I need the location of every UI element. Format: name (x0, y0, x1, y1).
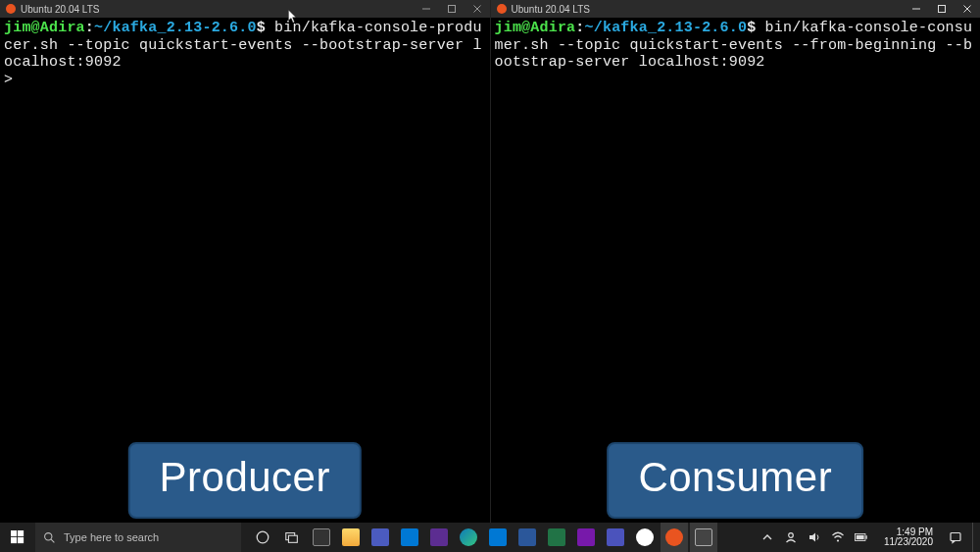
minimize-button[interactable] (909, 2, 923, 16)
search-placeholder: Type here to search (64, 531, 159, 543)
titlebar[interactable]: Ubuntu 20.04 LTS (0, 0, 490, 18)
tray-chevron-up-icon[interactable] (760, 530, 774, 544)
ubuntu-icon (497, 4, 507, 14)
prompt-dollar: $ (257, 20, 274, 36)
prompt-path: ~/kafka_2.13-2.6.0 (94, 20, 257, 36)
prompt-dollar: $ (747, 20, 764, 36)
desktop: Ubuntu 20.04 LTS jim@Adira:~/kafka_2.13-… (0, 0, 980, 552)
edge-icon[interactable] (455, 523, 482, 552)
overlay-label-consumer: Consumer (607, 442, 863, 519)
system-tray: 1:49 PM 11/23/2020 (760, 523, 980, 552)
svg-rect-21 (857, 535, 864, 539)
vscode-icon[interactable] (396, 523, 423, 552)
taskbar-pinned-apps (249, 523, 717, 552)
file-explorer-icon[interactable] (337, 523, 365, 552)
search-input[interactable]: Type here to search (35, 523, 241, 552)
onenote-icon[interactable] (572, 523, 600, 552)
volume-icon[interactable] (808, 530, 821, 544)
prompt-sep: : (85, 20, 94, 36)
svg-rect-10 (11, 537, 17, 543)
terminal-window-producer: Ubuntu 20.04 LTS jim@Adira:~/kafka_2.13-… (0, 0, 491, 552)
window-controls (909, 2, 974, 16)
svg-point-14 (257, 531, 269, 543)
taskbar-clock[interactable]: 1:49 PM 11/23/2020 (878, 527, 939, 548)
close-button[interactable] (470, 2, 484, 16)
window-title: Ubuntu 20.04 LTS (21, 4, 419, 15)
ubuntu-app-icon[interactable] (661, 523, 688, 552)
start-button[interactable] (0, 523, 35, 552)
terminal-window-consumer: Ubuntu 20.04 LTS jim@Adira:~/kafka_2.13-… (491, 0, 981, 552)
people-icon[interactable] (784, 530, 798, 544)
visual-studio-icon[interactable] (425, 523, 453, 552)
taskbar: Type here to search 1:49 PM 11/23/2020 (0, 523, 980, 552)
svg-rect-11 (18, 537, 24, 543)
svg-rect-5 (939, 6, 946, 13)
battery-icon[interactable] (855, 530, 868, 544)
svg-point-18 (837, 539, 839, 541)
minimize-button[interactable] (419, 2, 433, 16)
overlay-label-producer: Producer (128, 442, 362, 519)
task-view-icon[interactable] (278, 523, 306, 552)
close-button[interactable] (960, 2, 974, 16)
svg-point-17 (789, 533, 794, 538)
window-title: Ubuntu 20.04 LTS (512, 4, 910, 15)
notifications-icon[interactable] (949, 530, 962, 544)
outlook-icon[interactable] (484, 523, 512, 552)
app-running-icon[interactable] (690, 523, 717, 552)
show-desktop-button[interactable] (972, 523, 978, 552)
svg-rect-8 (11, 530, 17, 536)
svg-rect-1 (448, 6, 455, 13)
clock-date: 11/23/2020 (884, 537, 933, 548)
prompt-sep: : (575, 20, 584, 36)
slack-icon[interactable] (631, 523, 659, 552)
excel-icon[interactable] (543, 523, 570, 552)
maximize-button[interactable] (935, 2, 949, 16)
prompt-user: jim@Adira (4, 20, 85, 36)
app-icon[interactable] (367, 523, 394, 552)
ubuntu-icon (6, 4, 16, 14)
wifi-icon[interactable] (831, 530, 845, 544)
svg-point-12 (45, 532, 52, 539)
search-icon (43, 531, 56, 544)
windows-logo-icon (11, 530, 24, 544)
word-icon[interactable] (514, 523, 541, 552)
prompt-path: ~/kafka_2.13-2.6.0 (585, 20, 748, 36)
svg-rect-22 (951, 533, 960, 541)
prompt-user: jim@Adira (495, 20, 576, 36)
titlebar[interactable]: Ubuntu 20.04 LTS (491, 0, 981, 18)
maximize-button[interactable] (445, 2, 459, 16)
teams-icon[interactable] (602, 523, 629, 552)
cortana-icon[interactable] (249, 523, 276, 552)
input-caret: > (4, 72, 13, 88)
window-controls (419, 2, 484, 16)
terminal-app-icon[interactable] (308, 523, 335, 552)
svg-rect-20 (865, 535, 866, 539)
svg-line-13 (51, 539, 54, 542)
svg-rect-16 (288, 535, 297, 542)
svg-rect-9 (18, 530, 24, 536)
